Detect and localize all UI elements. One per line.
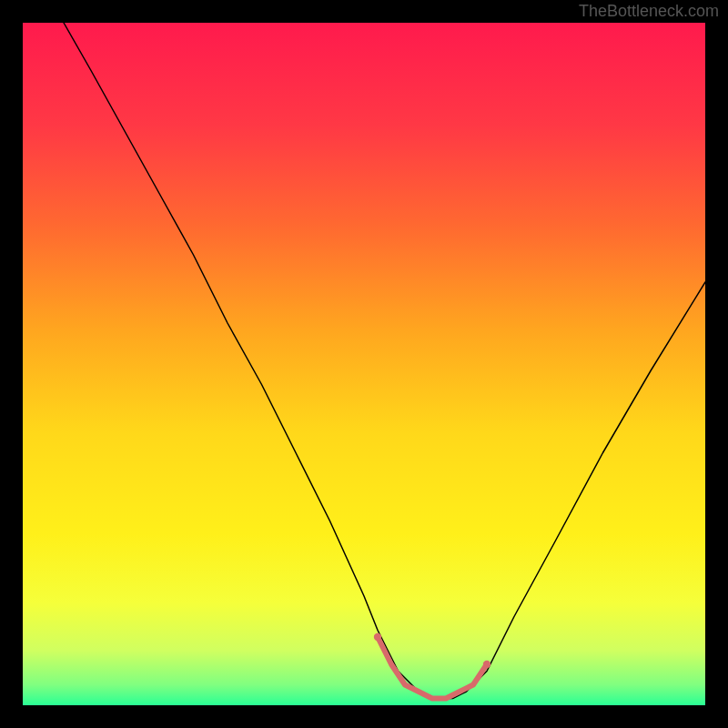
- watermark-text: TheBottleneck.com: [579, 2, 719, 21]
- valley-end-dot: [374, 633, 381, 641]
- series-bottleneck-curve: [64, 23, 705, 699]
- chart-container: TheBottleneck.com: [0, 0, 728, 728]
- plot-area: [23, 23, 705, 705]
- series-valley-highlight: [378, 637, 487, 699]
- curve-layer: [23, 23, 705, 705]
- valley-end-dot: [483, 661, 490, 668]
